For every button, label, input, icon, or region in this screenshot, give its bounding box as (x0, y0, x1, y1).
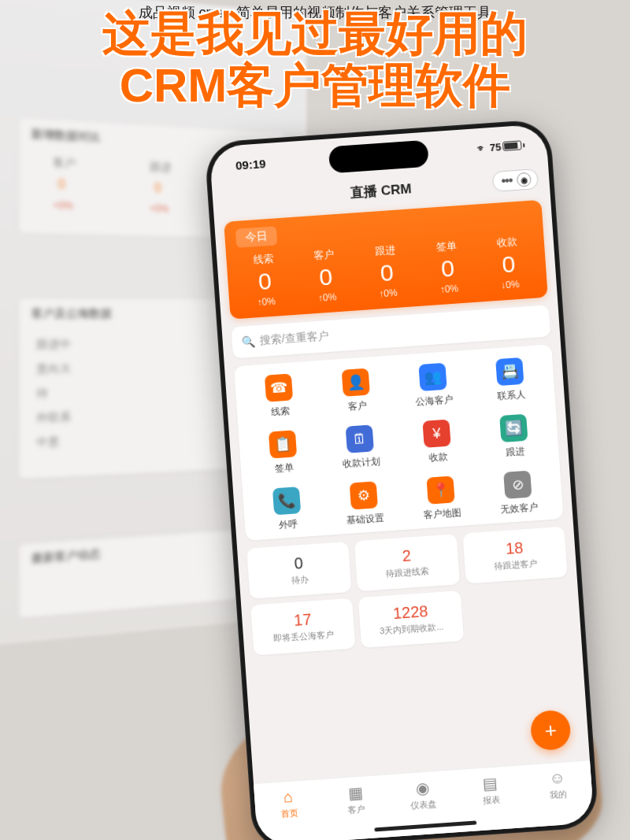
metric-delta: ↑0% (296, 290, 358, 305)
tab-icon: ▤ (456, 772, 524, 795)
tab-label: 客户 (348, 804, 366, 815)
tab-我的[interactable]: ☺我的 (523, 767, 592, 803)
metric-delta: ↑0% (418, 281, 480, 296)
stat-card[interactable]: 2待跟进线索 (354, 534, 459, 591)
shortcut-客户[interactable]: 👤客户 (317, 366, 397, 416)
wifi-icon: ᯤ (476, 142, 487, 154)
metric-value: 0 (295, 261, 358, 292)
battery-icon: 75 (489, 139, 524, 154)
today-pill[interactable]: 今日 (235, 226, 278, 248)
search-placeholder: 搜索/查重客户 (259, 329, 329, 348)
metric-item[interactable]: 线索0↑0% (232, 250, 297, 309)
phone-screen: 09:19 ᯤ 75 直播 CRM ••• ◉ 今日 线索0↑0%客户0↑0%跟… (209, 124, 594, 840)
shortcut-label: 跟进 (476, 442, 554, 461)
shortcut-公海客户[interactable]: 👥公海客户 (393, 361, 473, 411)
shortcut-客户地图[interactable]: 📍客户地图 (402, 474, 482, 524)
tab-仪表盘[interactable]: ◉仪表盘 (388, 776, 458, 813)
shortcut-label: 签单 (246, 459, 324, 478)
shortcut-label: 无效客户 (480, 499, 558, 518)
shortcut-无效客户[interactable]: ⊘无效客户 (478, 468, 558, 518)
tab-报表[interactable]: ▤报表 (456, 772, 525, 809)
shortcut-icon: ⚙ (350, 481, 378, 509)
metric-item[interactable]: 客户0↑0% (293, 246, 358, 305)
home-indicator (374, 820, 476, 831)
shortcut-收款[interactable]: ¥收款 (397, 417, 477, 467)
shortcut-icon: ¥ (422, 420, 450, 448)
metric-value: 0 (417, 253, 480, 284)
shortcut-跟进[interactable]: 🔄跟进 (474, 413, 554, 462)
shortcut-label: 收款 (399, 448, 477, 467)
metric-delta: ↓0% (480, 277, 541, 292)
tab-label: 报表 (482, 794, 500, 805)
metric-value: 0 (233, 266, 296, 297)
stat-card[interactable]: 18待跟进客户 (462, 527, 567, 584)
promo-headline: 这是我见过最好用的 CRM客户管理软件 (102, 8, 528, 112)
shortcut-icon: 📍 (426, 476, 454, 504)
metric-item[interactable]: 收款0↓0% (476, 233, 541, 292)
shortcut-icon: 📞 (272, 487, 301, 515)
metric-value: 0 (477, 249, 540, 279)
shortcut-收款计划[interactable]: 🗓收款计划 (321, 423, 401, 472)
shortcut-icon: 📋 (269, 430, 297, 458)
tab-label: 首页 (280, 808, 298, 819)
shortcut-icon: ☎ (265, 373, 293, 401)
shortcut-icon: 🔄 (499, 414, 528, 442)
shortcut-label: 客户 (318, 397, 396, 416)
shortcut-label: 基础设置 (326, 510, 404, 529)
stat-card[interactable]: 0待办 (246, 542, 351, 599)
shortcut-label: 外呼 (250, 516, 328, 535)
add-fab[interactable]: + (530, 709, 572, 751)
shortcut-label: 公海客户 (395, 391, 473, 410)
search-icon: 🔍 (241, 335, 255, 349)
stats-row: 0待办2待跟进线索18待跟进客户17即将丢公海客户12283天内到期收款... (246, 527, 572, 656)
tab-bar: ⌂首页▦客户◉仪表盘▤报表☺我的 (254, 760, 595, 840)
shortcut-icon: 🗓 (346, 424, 374, 453)
shortcut-label: 收款计划 (322, 453, 400, 472)
shortcut-label: 联系人 (472, 387, 550, 405)
tab-icon: ☺ (523, 767, 591, 790)
shortcut-签单[interactable]: 📋签单 (243, 428, 324, 478)
shortcut-icon: 👥 (418, 363, 447, 391)
metric-value: 0 (355, 257, 418, 288)
shortcut-grid-card: ☎线索👤客户👥公海客户📇联系人📋签单🗓收款计划¥收款🔄跟进📞外呼⚙基础设置📍客户… (234, 344, 564, 541)
stat-card[interactable]: 17即将丢公海客户 (250, 598, 355, 656)
today-summary-card: 今日 线索0↑0%客户0↑0%跟进0↑0%签单0↑0%收款0↓0% (224, 200, 548, 320)
close-icon[interactable]: ◉ (517, 172, 532, 187)
tab-label: 仪表盘 (410, 799, 437, 810)
phone-frame: 09:19 ᯤ 75 直播 CRM ••• ◉ 今日 线索0↑0%客户0↑0%跟… (204, 119, 599, 840)
shortcut-icon: 👤 (342, 368, 370, 397)
metric-delta: ↑0% (358, 286, 419, 301)
shortcut-联系人[interactable]: 📇联系人 (470, 356, 550, 405)
shortcut-基础设置[interactable]: ⚙基础设置 (324, 479, 405, 529)
tab-客户[interactable]: ▦客户 (321, 781, 391, 818)
tab-icon: ◉ (388, 776, 457, 800)
more-icon[interactable]: ••• (499, 173, 514, 188)
stat-card[interactable]: 12283天内到期收款... (358, 590, 463, 648)
shortcut-外呼[interactable]: 📞外呼 (247, 485, 328, 535)
miniprogram-capsule[interactable]: ••• ◉ (492, 168, 539, 192)
shortcut-icon: 📇 (495, 357, 524, 386)
tab-icon: ⌂ (254, 786, 323, 809)
shortcut-线索[interactable]: ☎线索 (239, 372, 320, 421)
tab-首页[interactable]: ⌂首页 (254, 786, 324, 822)
app-title: 直播 CRM (350, 179, 412, 202)
metric-item[interactable]: 签单0↑0% (415, 238, 480, 297)
shortcut-label: 线索 (242, 402, 320, 421)
tab-icon: ▦ (321, 781, 390, 805)
metric-delta: ↑0% (235, 294, 297, 309)
tab-label: 我的 (550, 789, 568, 800)
shortcut-label: 客户地图 (403, 505, 481, 524)
metric-item[interactable]: 跟进0↑0% (354, 242, 419, 301)
shortcut-icon: ⊘ (503, 471, 532, 499)
status-time: 09:19 (235, 157, 266, 172)
